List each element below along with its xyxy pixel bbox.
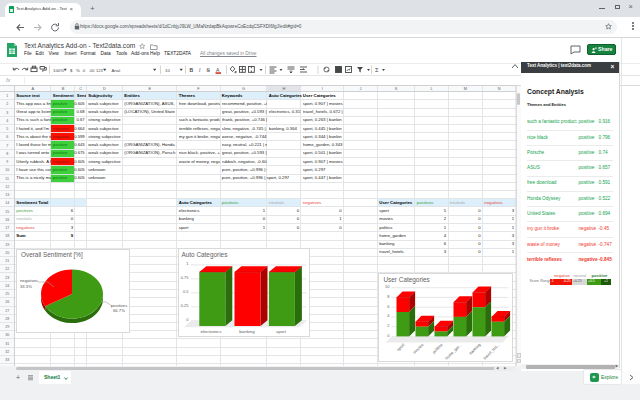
svg-text:1: 1	[6, 94, 8, 98]
svg-text:18: 18	[5, 234, 9, 238]
svg-text:33: 33	[5, 358, 9, 362]
svg-text:12: 12	[5, 185, 9, 189]
svg-text:3: 3	[6, 111, 8, 115]
svg-text:29: 29	[5, 325, 9, 329]
svg-text:17: 17	[5, 226, 9, 230]
svg-text:11: 11	[5, 177, 9, 181]
svg-text:home_gar...: home_gar...	[444, 342, 462, 360]
svg-text:27: 27	[5, 309, 9, 313]
svg-text:32: 32	[5, 350, 9, 354]
svg-text:8: 8	[6, 152, 8, 156]
svg-text:24: 24	[5, 284, 9, 288]
svg-text:15: 15	[5, 210, 9, 214]
svg-text:22: 22	[5, 267, 9, 271]
svg-text:26: 26	[5, 300, 9, 304]
svg-text:politics: politics	[431, 342, 443, 354]
svg-text:C: C	[79, 86, 82, 91]
svg-text:G: G	[242, 86, 245, 91]
svg-text:25: 25	[5, 292, 9, 296]
svg-text:23: 23	[5, 276, 9, 280]
svg-text:travel_hot...: travel_hot...	[482, 342, 500, 360]
svg-text:H: H	[283, 86, 286, 91]
svg-text:30: 30	[5, 333, 9, 337]
svg-text:13: 13	[5, 193, 9, 197]
svg-text:4: 4	[6, 119, 8, 123]
svg-text:B: B	[62, 86, 65, 91]
svg-text:10: 10	[5, 168, 9, 172]
svg-text:D: D	[103, 86, 106, 91]
svg-text:21: 21	[5, 259, 9, 263]
svg-text:9: 9	[6, 160, 8, 164]
svg-text:16: 16	[5, 218, 9, 222]
svg-text:N: N	[498, 86, 501, 91]
svg-text:banking: banking	[468, 342, 481, 355]
svg-text:28: 28	[5, 317, 9, 321]
svg-text:E: E	[148, 86, 151, 91]
svg-text:20: 20	[5, 251, 9, 255]
svg-text:movies: movies	[412, 342, 424, 354]
svg-text:7: 7	[6, 144, 8, 148]
svg-text:J: J	[360, 86, 362, 91]
svg-text:I: I	[322, 86, 323, 91]
svg-text:A: A	[31, 86, 34, 91]
svg-text:19: 19	[5, 243, 9, 247]
svg-text:sport: sport	[396, 341, 406, 351]
svg-text:M: M	[464, 86, 467, 91]
svg-text:5: 5	[6, 127, 8, 131]
svg-text:K: K	[395, 86, 398, 91]
svg-text:6: 6	[6, 135, 8, 139]
svg-text:31: 31	[5, 342, 9, 346]
svg-text:2: 2	[6, 102, 8, 106]
svg-text:14: 14	[5, 201, 9, 205]
